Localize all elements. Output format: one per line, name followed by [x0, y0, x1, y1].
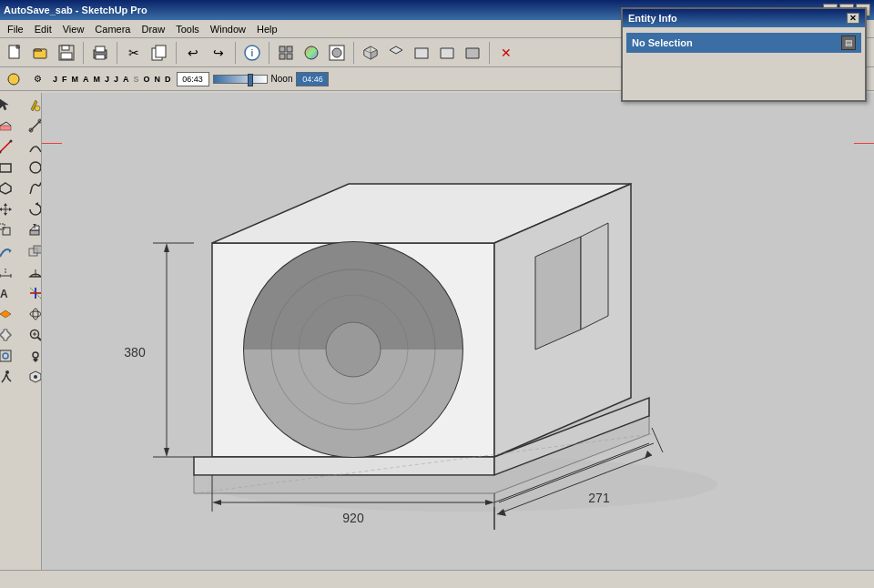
components-button[interactable]	[274, 41, 298, 65]
svg-line-30	[0, 122, 6, 126]
protractor-tool[interactable]	[21, 262, 42, 282]
intersect-tool[interactable]	[21, 241, 42, 261]
shadow-toggle[interactable]	[4, 69, 24, 89]
cut-button[interactable]: ✂	[122, 41, 146, 65]
freehand-tool[interactable]	[21, 178, 42, 198]
svg-rect-41	[3, 228, 10, 235]
text-tool[interactable]: A	[0, 283, 20, 303]
separator-6	[353, 42, 354, 64]
select-tool[interactable]	[0, 95, 20, 115]
svg-marker-23	[390, 46, 402, 54]
entity-info-content: No Selection ▤	[623, 27, 865, 100]
open-button[interactable]	[29, 41, 53, 65]
month-a1: A	[81, 74, 91, 85]
separator-7	[489, 42, 490, 64]
styles-button[interactable]	[325, 41, 349, 65]
svg-point-28	[35, 106, 40, 111]
svg-point-36	[10, 140, 13, 143]
no-selection-label: No Selection	[632, 37, 841, 48]
views-back[interactable]	[461, 41, 484, 65]
month-j2: J	[103, 74, 111, 85]
entity-info-titlebar[interactable]: Entity Info ✕	[623, 9, 865, 27]
menu-edit[interactable]: Edit	[29, 22, 57, 36]
views-right[interactable]	[435, 41, 459, 65]
shadow-time-slider[interactable]	[213, 75, 268, 84]
svg-point-68	[3, 353, 8, 359]
zoom-tool[interactable]	[21, 325, 42, 345]
status-bar	[0, 570, 874, 588]
axes-tool[interactable]	[21, 283, 42, 303]
svg-rect-67	[0, 350, 11, 361]
svg-point-27	[8, 74, 19, 85]
svg-marker-81	[535, 237, 581, 350]
move-tool[interactable]	[0, 199, 20, 219]
dimension-tool[interactable]	[0, 262, 20, 282]
materials-button[interactable]	[300, 41, 323, 65]
time-slider-track[interactable]	[213, 75, 268, 84]
svg-rect-50	[34, 246, 42, 253]
month-j3: J	[112, 74, 120, 85]
month-m: M	[70, 74, 81, 85]
rotate-tool[interactable]	[21, 199, 42, 219]
svg-text:i: i	[251, 48, 254, 58]
svg-marker-60	[0, 310, 11, 318]
separator-5	[269, 42, 269, 64]
views-top[interactable]	[384, 41, 408, 65]
views-iso[interactable]	[359, 41, 382, 65]
svg-point-62	[33, 309, 38, 319]
redo-button[interactable]: ↪	[207, 41, 230, 65]
shadow-settings[interactable]: ⚙	[27, 69, 47, 89]
separator-4	[235, 42, 236, 64]
walk-tool[interactable]	[0, 367, 20, 387]
entity-info-close-button[interactable]: ✕	[847, 13, 859, 24]
erase-tool[interactable]	[0, 116, 20, 136]
menu-camera[interactable]: Camera	[89, 22, 136, 36]
paint-tool[interactable]	[21, 95, 42, 115]
svg-point-70	[5, 370, 9, 374]
circle-tool[interactable]	[21, 157, 42, 177]
copy-button[interactable]	[147, 41, 171, 65]
menu-help[interactable]: Help	[251, 22, 283, 36]
zoomextents-tool[interactable]	[0, 346, 20, 366]
shadow-time-end[interactable]	[296, 72, 329, 86]
time-slider-thumb[interactable]	[248, 74, 253, 86]
svg-marker-25	[441, 48, 453, 58]
section-tool[interactable]	[0, 304, 20, 324]
menu-window[interactable]: Window	[205, 22, 251, 36]
menu-tools[interactable]: Tools	[170, 22, 205, 36]
model-drawing: 380 920 271	[42, 93, 874, 570]
menu-view[interactable]: View	[57, 22, 90, 36]
print-button[interactable]	[88, 41, 112, 65]
svg-marker-78	[194, 457, 494, 475]
month-a2: A	[121, 74, 131, 85]
undo-button[interactable]: ↩	[181, 41, 205, 65]
svg-point-69	[33, 352, 38, 358]
orbit-tool[interactable]	[21, 304, 42, 324]
menu-draw[interactable]: Draw	[136, 22, 170, 36]
followme-tool[interactable]	[0, 241, 20, 261]
shadow-time-start[interactable]	[177, 72, 209, 86]
arc-tool[interactable]	[21, 137, 42, 157]
component-tool[interactable]	[21, 367, 42, 387]
month-d: D	[163, 74, 173, 85]
save-button[interactable]	[55, 41, 78, 65]
polygon-tool[interactable]	[0, 178, 20, 198]
menu-file[interactable]: File	[2, 22, 29, 36]
scale-tool[interactable]	[0, 220, 20, 240]
viewport[interactable]: 380 920 271	[42, 93, 874, 570]
shadow-months: J F M A M J J A S O N D	[51, 74, 173, 85]
no-selection-row: No Selection ▤	[626, 33, 861, 53]
line-tool[interactable]	[0, 137, 20, 157]
pan-tool[interactable]	[0, 325, 20, 345]
svg-rect-3	[62, 46, 69, 50]
svg-line-31	[6, 122, 11, 126]
pushpull-tool[interactable]	[21, 220, 42, 240]
views-front[interactable]	[410, 41, 433, 65]
tape-tool[interactable]	[21, 116, 42, 136]
rect-tool[interactable]	[0, 157, 20, 177]
lookaround-tool[interactable]	[21, 346, 42, 366]
entity-info-button[interactable]: i	[240, 41, 264, 65]
left-tools-panel: A	[0, 93, 42, 570]
delete-button[interactable]: ✕	[494, 41, 518, 65]
new-button[interactable]	[4, 41, 27, 65]
